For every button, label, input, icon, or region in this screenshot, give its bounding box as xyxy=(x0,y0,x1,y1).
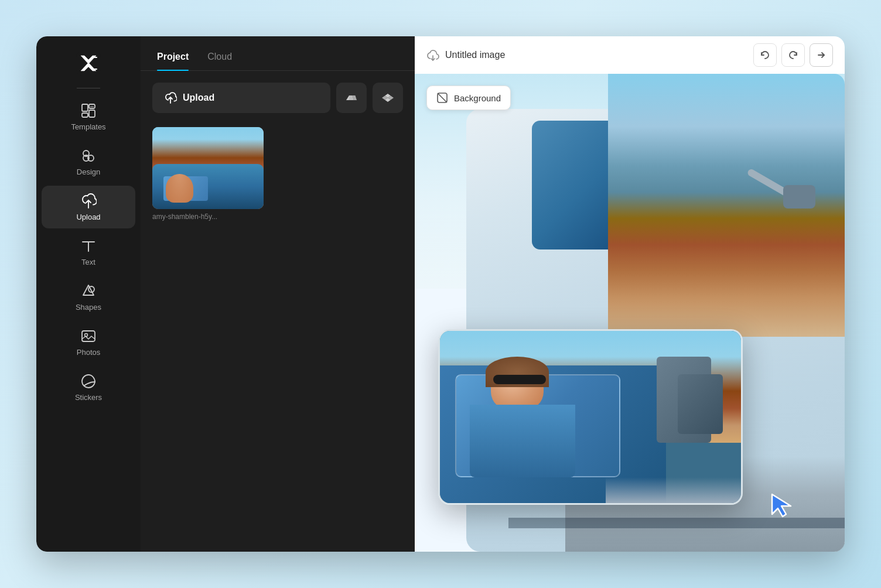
sidebar-item-text[interactable]: Text xyxy=(42,231,135,274)
background-chip-icon xyxy=(436,92,448,104)
header-actions xyxy=(753,43,833,67)
svg-rect-2 xyxy=(94,69,97,70)
canvas-header: Untitled image xyxy=(415,36,845,74)
svg-rect-6 xyxy=(89,110,95,117)
sidebar-item-label-upload: Upload xyxy=(76,213,100,221)
canvas-title: Untitled image xyxy=(445,50,505,60)
sidebar-item-photos[interactable]: Photos xyxy=(42,321,135,364)
canvas-image xyxy=(415,74,845,552)
cloud-save-icon xyxy=(426,49,439,61)
media-grid: amy-shamblen-h5y... xyxy=(152,127,403,221)
templates-icon xyxy=(80,102,97,119)
dropbox-button[interactable] xyxy=(373,83,403,113)
redo-button[interactable] xyxy=(781,43,805,67)
upload-button-label: Upload xyxy=(183,93,214,103)
media-label: amy-shamblen-h5y... xyxy=(152,213,274,221)
sidebar-item-label-photos: Photos xyxy=(77,348,100,357)
undo-button[interactable] xyxy=(753,43,777,67)
shapes-icon xyxy=(80,283,97,299)
canvas-title-area: Untitled image xyxy=(426,49,746,61)
canvas-area: Untitled image xyxy=(415,36,845,552)
sidebar-item-design[interactable]: Design xyxy=(42,141,135,183)
sidebar-item-label-design: Design xyxy=(77,167,100,176)
svg-rect-3 xyxy=(82,104,88,111)
send-button[interactable] xyxy=(810,43,833,67)
background-chip[interactable]: Background xyxy=(426,86,511,110)
bus-image-thumb xyxy=(152,127,264,209)
media-thumbnail xyxy=(152,127,264,209)
upload-main-button[interactable]: Upload xyxy=(152,83,330,113)
floating-card xyxy=(438,329,743,505)
sidebar-item-shapes[interactable]: Shapes xyxy=(42,276,135,319)
svg-rect-4 xyxy=(82,113,88,117)
upload-bar: Upload xyxy=(152,83,403,113)
sidebar-item-label-text: Text xyxy=(81,258,95,266)
svg-rect-15 xyxy=(82,331,95,341)
tab-project[interactable]: Project xyxy=(157,41,189,70)
upload-icon xyxy=(80,193,97,209)
panel-tabs: Project Cloud xyxy=(141,41,415,71)
sidebar-item-label-templates: Templates xyxy=(71,122,105,131)
sidebar: Templates Design Upload xyxy=(36,36,141,552)
panel: Project Cloud Upload xyxy=(141,36,415,552)
panel-content: Upload xyxy=(141,71,415,552)
stickers-icon xyxy=(80,373,97,389)
tab-cloud[interactable]: Cloud xyxy=(207,41,232,70)
design-icon xyxy=(80,148,97,164)
app-logo[interactable] xyxy=(73,48,104,78)
text-icon xyxy=(80,238,97,254)
sidebar-item-stickers[interactable]: Stickers xyxy=(42,366,135,409)
photos-icon xyxy=(80,328,97,344)
background-chip-label: Background xyxy=(454,93,501,103)
sidebar-item-label-shapes: Shapes xyxy=(76,303,101,312)
app-container: Templates Design Upload xyxy=(36,36,845,552)
google-drive-button[interactable] xyxy=(336,83,367,113)
svg-line-20 xyxy=(438,93,447,102)
sidebar-item-templates[interactable]: Templates xyxy=(42,95,135,138)
sidebar-item-label-stickers: Stickers xyxy=(75,393,102,402)
canvas-body: Background xyxy=(415,74,845,552)
svg-rect-1 xyxy=(94,57,97,58)
media-item[interactable]: amy-shamblen-h5y... xyxy=(152,127,274,221)
sidebar-divider xyxy=(77,88,100,88)
cursor xyxy=(767,490,798,522)
sidebar-item-upload[interactable]: Upload xyxy=(42,186,135,228)
